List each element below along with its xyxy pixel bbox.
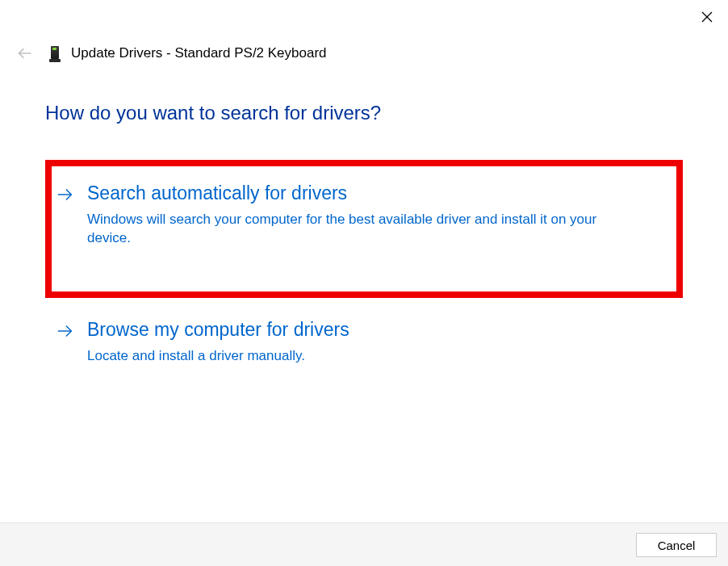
arrow-right-icon (56, 322, 74, 340)
back-arrow-icon (17, 45, 33, 61)
update-drivers-wizard: Update Drivers - Standard PS/2 Keyboard … (0, 0, 728, 566)
footer: Cancel (0, 522, 728, 566)
close-icon (700, 10, 714, 24)
device-icon (48, 44, 61, 63)
close-button[interactable] (697, 7, 717, 27)
arrow-right-icon (56, 186, 74, 203)
option-body: Browse my computer for drivers Locate an… (87, 319, 349, 365)
back-button[interactable] (16, 44, 34, 62)
question-heading: How do you want to search for drivers? (45, 102, 683, 124)
cancel-button[interactable]: Cancel (636, 533, 717, 557)
content-area: How do you want to search for drivers? S… (0, 69, 728, 522)
option-title: Search automatically for drivers (87, 182, 604, 205)
title-group: Update Drivers - Standard PS/2 Keyboard (48, 44, 327, 63)
window-title: Update Drivers - Standard PS/2 Keyboard (71, 45, 327, 61)
option-title: Browse my computer for drivers (87, 319, 349, 342)
option-description: Locate and install a driver manually. (87, 346, 349, 366)
option-description: Windows will search your computer for th… (87, 210, 604, 249)
header-row: Update Drivers - Standard PS/2 Keyboard (0, 29, 728, 69)
option-body: Search automatically for drivers Windows… (87, 182, 604, 248)
option-browse-computer[interactable]: Browse my computer for drivers Locate an… (45, 314, 683, 370)
option-search-automatically[interactable]: Search automatically for drivers Windows… (45, 160, 683, 298)
titlebar (0, 0, 728, 29)
options-list: Search automatically for drivers Windows… (45, 160, 683, 371)
